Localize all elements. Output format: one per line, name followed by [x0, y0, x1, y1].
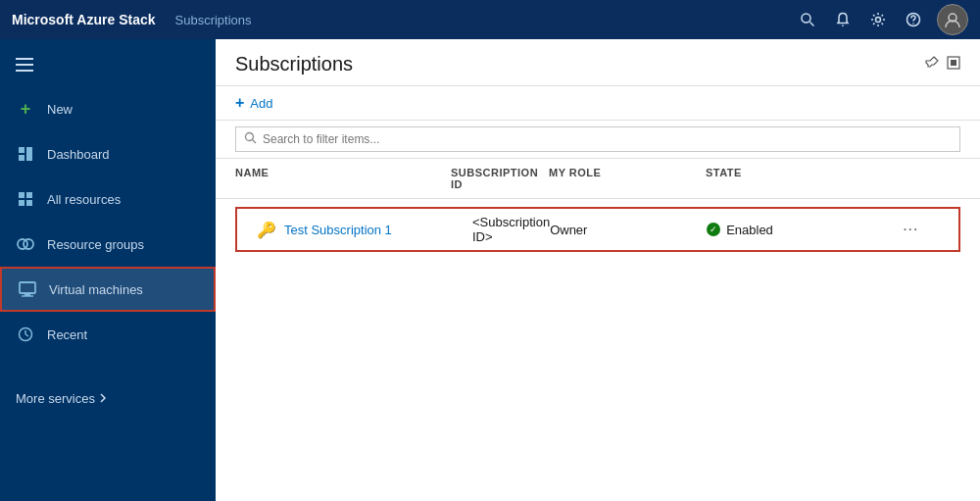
top-bar-icons: [792, 4, 968, 35]
svg-rect-26: [951, 60, 956, 66]
svg-rect-10: [19, 147, 24, 153]
cell-state: ✓ Enabled: [707, 219, 903, 241]
sidebar-item-all-resources[interactable]: All resources: [0, 176, 216, 222]
resource-groups-icon: [16, 234, 35, 254]
svg-point-0: [802, 14, 810, 23]
vm-icon: [18, 279, 37, 299]
new-label: New: [47, 102, 73, 117]
svg-rect-13: [19, 192, 24, 198]
svg-point-3: [876, 18, 881, 23]
add-label: Add: [250, 96, 272, 111]
cell-role: Owner: [550, 219, 707, 241]
help-icon-btn[interactable]: [898, 4, 929, 35]
more-services-link[interactable]: More services: [0, 376, 216, 420]
clock-icon: [16, 325, 35, 344]
key-icon: 🔑: [257, 221, 276, 239]
svg-rect-11: [26, 147, 32, 161]
content-area: Subscriptions + Add: [216, 39, 980, 501]
search-bar: [216, 121, 980, 159]
search-icon-btn[interactable]: [792, 4, 823, 35]
sidebar-item-dashboard[interactable]: Dashboard: [0, 131, 216, 176]
svg-point-27: [246, 133, 254, 141]
more-services-label: More services: [16, 391, 95, 406]
add-button[interactable]: + Add: [235, 94, 272, 112]
main-layout: + New Dashboard: [0, 39, 980, 501]
recent-label: Recent: [47, 327, 87, 342]
sidebar: + New Dashboard: [0, 39, 216, 501]
content-header: Subscriptions: [216, 39, 980, 86]
cell-subscription-id: <Subscription ID>: [472, 211, 550, 248]
add-plus-icon: +: [235, 94, 244, 112]
svg-line-1: [810, 23, 814, 26]
dashboard-label: Dashboard: [47, 147, 110, 162]
sidebar-item-recent[interactable]: Recent: [0, 312, 216, 357]
search-input[interactable]: [263, 132, 952, 146]
settings-icon-btn[interactable]: [862, 4, 894, 35]
sidebar-item-virtual-machines[interactable]: Virtual machines: [0, 267, 216, 312]
svg-rect-16: [26, 200, 32, 206]
header-actions: [925, 56, 960, 73]
col-header-state: STATE: [706, 167, 902, 190]
svg-point-5: [912, 23, 914, 25]
table-row[interactable]: 🔑 Test Subscription 1 <Subscription ID> …: [235, 207, 960, 252]
brand-title: Microsoft Azure Stack: [12, 12, 156, 27]
col-header-sub-id: SUBSCRIPTION ID: [451, 167, 549, 190]
svg-point-18: [24, 239, 33, 249]
state-label: Enabled: [726, 223, 773, 237]
user-avatar[interactable]: [937, 4, 968, 35]
col-header-name: NAME: [235, 167, 451, 190]
grid-icon: [16, 189, 35, 209]
svg-rect-15: [19, 200, 24, 206]
plus-icon: +: [16, 99, 35, 119]
top-bar: Microsoft Azure Stack Subscriptions: [0, 0, 980, 39]
cell-name: 🔑 Test Subscription 1: [257, 217, 472, 243]
row-actions-btn[interactable]: ···: [903, 221, 918, 238]
subscription-name[interactable]: Test Subscription 1: [284, 223, 392, 237]
chevron-right-icon: [99, 392, 107, 404]
table-header: NAME SUBSCRIPTION ID MY ROLE STATE: [216, 159, 980, 199]
search-wrapper: [235, 126, 960, 152]
toolbar: + Add: [216, 86, 980, 121]
resource-groups-label: Resource groups: [47, 237, 144, 252]
virtual-machines-label: Virtual machines: [49, 282, 143, 297]
page-title: Subscriptions: [235, 53, 353, 75]
table-container: NAME SUBSCRIPTION ID MY ROLE STATE 🔑 Tes…: [216, 159, 980, 501]
col-header-actions: [902, 167, 960, 190]
dashboard-icon: [16, 144, 35, 164]
cell-actions: ···: [903, 217, 961, 242]
bell-icon-btn[interactable]: [827, 4, 858, 35]
svg-rect-14: [26, 192, 32, 198]
section-title: Subscriptions: [175, 13, 792, 27]
svg-rect-19: [20, 282, 35, 293]
sidebar-item-new[interactable]: + New: [0, 86, 216, 131]
maximize-icon[interactable]: [947, 56, 960, 73]
search-icon: [244, 131, 257, 147]
svg-line-24: [25, 334, 28, 336]
all-resources-label: All resources: [47, 192, 121, 207]
hamburger-btn[interactable]: [0, 43, 216, 86]
svg-rect-12: [19, 155, 24, 161]
col-header-role: MY ROLE: [549, 167, 706, 190]
status-enabled-icon: ✓: [707, 223, 720, 236]
svg-line-28: [253, 140, 257, 144]
pin-icon[interactable]: [925, 56, 939, 73]
sidebar-item-resource-groups[interactable]: Resource groups: [0, 222, 216, 267]
